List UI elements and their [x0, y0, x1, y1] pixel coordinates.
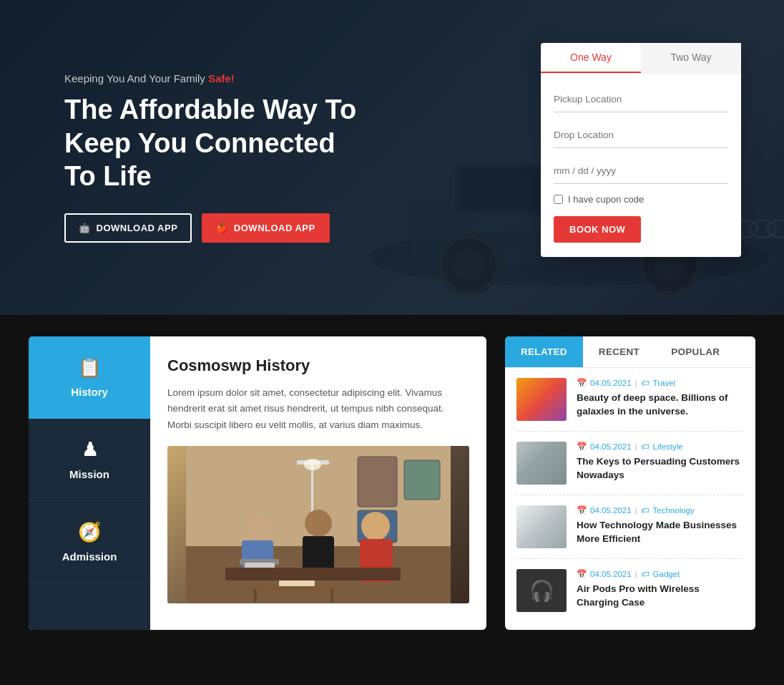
- news-item: 📅 04.05.2021 | 🏷 Travel Beauty of deep s…: [516, 368, 744, 432]
- mission-icon: ♟: [82, 439, 98, 461]
- svg-rect-15: [358, 457, 397, 507]
- news-thumbnail: 🎧: [516, 569, 567, 612]
- news-thumbnail: [516, 505, 567, 548]
- content-image: [167, 446, 469, 603]
- svg-point-25: [305, 510, 332, 537]
- calendar-icon: 📅: [577, 569, 587, 579]
- tab-recent[interactable]: RECENT: [583, 336, 655, 367]
- history-icon: 📋: [78, 356, 101, 379]
- related-tabs: RELATED RECENT POPULAR: [505, 336, 755, 368]
- news-headline: Beauty of deep space. Billions of galaxi…: [577, 392, 744, 419]
- hero-section: Keeping You And Your Family Safe! The Af…: [0, 0, 784, 315]
- news-text: 📅 04.05.2021 | 🏷 Travel Beauty of deep s…: [577, 378, 744, 419]
- news-thumbnail: [516, 442, 567, 485]
- tab-content-area: Cosmoswp History Lorem ipsum dolor sit a…: [150, 336, 486, 630]
- news-headline: How Technology Made Businesses More Effi…: [577, 519, 744, 546]
- news-meta: 📅 04.05.2021 | 🏷 Lifestyle: [577, 442, 744, 452]
- news-date: 04.05.2021: [590, 442, 632, 451]
- news-list: 📅 04.05.2021 | 🏷 Travel Beauty of deep s…: [505, 368, 755, 622]
- calendar-icon: 📅: [577, 505, 587, 515]
- news-item: 📅 04.05.2021 | 🏷 Technology How Technolo…: [516, 495, 744, 559]
- svg-rect-31: [254, 589, 257, 602]
- book-now-button[interactable]: BOOK NOW: [554, 216, 641, 243]
- news-text: 📅 04.05.2021 | 🏷 Lifestyle The Keys to P…: [577, 442, 744, 482]
- tab-mission[interactable]: ♟ Mission: [29, 419, 150, 501]
- svg-rect-33: [279, 580, 315, 586]
- tabs-sidebar: 📋 History ♟ Mission 🧭 Admission: [29, 336, 150, 630]
- svg-point-20: [304, 459, 321, 470]
- pickup-location-input[interactable]: [554, 87, 728, 112]
- news-date: 04.05.2021: [590, 506, 632, 515]
- svg-point-21: [245, 515, 270, 541]
- booking-body: I have cupon code BOOK NOW: [541, 74, 741, 257]
- content-body: Lorem ipsum dolor sit amet, consectetur …: [167, 385, 469, 433]
- tab-two-way[interactable]: Two Way: [641, 43, 741, 73]
- news-tag: Lifestyle: [653, 442, 683, 451]
- drop-location-input[interactable]: [554, 122, 728, 148]
- booking-tabs: One Way Two Way: [541, 43, 741, 74]
- apple-icon: 🍎: [216, 223, 228, 233]
- tag-icon: 🏷: [641, 570, 650, 578]
- news-text: 📅 04.05.2021 | 🏷 Gadget Air Pods Pro wit…: [577, 569, 744, 610]
- tab-admission[interactable]: 🧭 Admission: [29, 501, 150, 583]
- tab-history-label: History: [71, 386, 108, 398]
- news-tag: Travel: [653, 379, 676, 387]
- android-download-button[interactable]: 🤖 DOWNLOAD APP: [64, 213, 192, 243]
- tab-admission-label: Admission: [62, 550, 117, 563]
- tag-icon: 🏷: [641, 442, 650, 451]
- news-item: 📅 04.05.2021 | 🏷 Lifestyle The Keys to P…: [516, 432, 744, 495]
- booking-widget: One Way Two Way I have cupon code BOOK N…: [541, 43, 741, 257]
- news-thumbnail: [516, 378, 567, 421]
- right-card: RELATED RECENT POPULAR 📅 04.05.2021 | 🏷 …: [505, 336, 755, 630]
- tab-popular[interactable]: POPULAR: [655, 336, 735, 367]
- news-meta: 📅 04.05.2021 | 🏷 Travel: [577, 378, 744, 388]
- news-item: 🎧 📅 04.05.2021 | 🏷 Gadget Air Pods Pro w…: [516, 559, 744, 622]
- news-date: 04.05.2021: [590, 570, 632, 578]
- news-headline: The Keys to Persuading Customers Nowaday…: [577, 455, 744, 482]
- tag-icon: 🏷: [641, 506, 650, 515]
- news-meta: 📅 04.05.2021 | 🏷 Gadget: [577, 569, 744, 579]
- left-card: 📋 History ♟ Mission 🧭 Admission Cosmoswp…: [29, 336, 486, 630]
- tab-related[interactable]: RELATED: [505, 336, 583, 367]
- coupon-label: I have cupon code: [568, 194, 644, 205]
- news-meta: 📅 04.05.2021 | 🏷 Technology: [577, 505, 744, 515]
- news-tag: Technology: [653, 506, 695, 515]
- bottom-section: 📋 History ♟ Mission 🧭 Admission Cosmoswp…: [0, 315, 784, 659]
- news-headline: Air Pods Pro with Wireless Charging Case: [577, 583, 744, 610]
- svg-rect-30: [250, 586, 336, 591]
- android-icon: 🤖: [79, 223, 91, 233]
- ios-download-button[interactable]: 🍎 DOWNLOAD APP: [202, 213, 329, 243]
- news-date: 04.05.2021: [590, 379, 632, 387]
- hero-title: The Affordable Way To Keep You Connected…: [64, 93, 372, 193]
- date-input[interactable]: [554, 158, 728, 184]
- tag-icon: 🏷: [641, 379, 650, 387]
- coupon-row: I have cupon code: [554, 194, 728, 205]
- tab-mission-label: Mission: [69, 468, 109, 480]
- tab-one-way[interactable]: One Way: [541, 43, 641, 73]
- coupon-checkbox[interactable]: [554, 195, 563, 204]
- svg-rect-29: [225, 568, 401, 580]
- tab-history[interactable]: 📋 History: [29, 336, 150, 419]
- admission-icon: 🧭: [78, 521, 101, 543]
- svg-rect-32: [330, 589, 333, 602]
- news-text: 📅 04.05.2021 | 🏷 Technology How Technolo…: [577, 505, 744, 546]
- svg-point-27: [361, 512, 390, 540]
- news-tag: Gadget: [653, 570, 680, 578]
- calendar-icon: 📅: [577, 442, 587, 452]
- calendar-icon: 📅: [577, 378, 587, 388]
- content-title: Cosmoswp History: [167, 356, 469, 375]
- svg-rect-16: [404, 460, 440, 500]
